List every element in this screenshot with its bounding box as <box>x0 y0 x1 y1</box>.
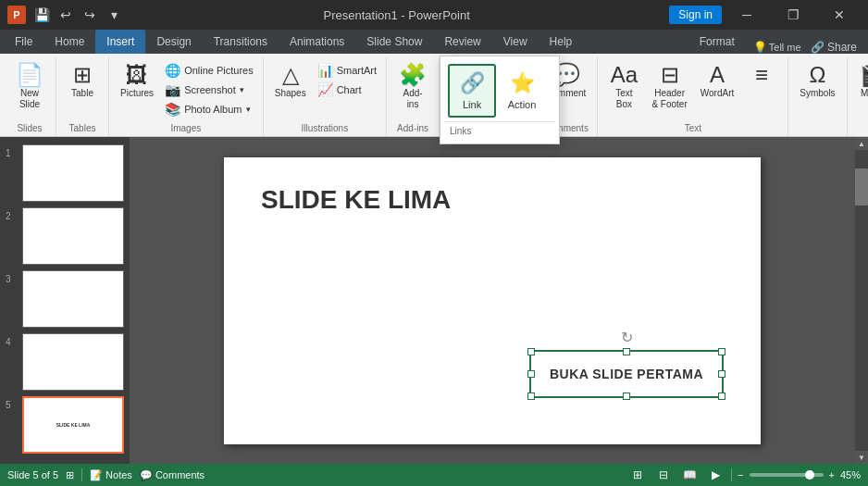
tab-review[interactable]: Review <box>433 30 491 54</box>
sign-in-button[interactable]: Sign in <box>669 6 722 24</box>
popup-header: Links <box>444 121 555 140</box>
textbox-button[interactable]: Aa TextBox <box>603 61 644 113</box>
status-bar: Slide 5 of 5 ⊞ 📝 Notes 💬 Comments ⊞ ⊟ 📖 … <box>0 464 868 486</box>
close-button[interactable]: ✕ <box>818 0 861 30</box>
wordart-button[interactable]: A WordArt <box>695 61 740 102</box>
resize-handle-tm[interactable] <box>623 348 630 355</box>
ribbon-group-symbols: Ω Symbols <box>788 57 847 136</box>
slide-thumb-3[interactable]: 3 <box>6 270 124 328</box>
addins-group-label: Add-ins <box>392 121 433 136</box>
slide-preview-4[interactable] <box>22 333 124 391</box>
slide-thumb-2[interactable]: 2 <box>6 207 124 265</box>
resize-handle-br[interactable] <box>718 393 725 400</box>
scroll-up-arrow[interactable]: ▲ <box>855 137 868 150</box>
slide-5-content: SLIDE KE LIMA <box>55 420 93 430</box>
zoom-slider[interactable] <box>750 473 824 477</box>
slide-canvas: SLIDE KE LIMA ↻ BUKA SLIDE PERTAMA <box>224 157 761 444</box>
resize-handle-bl[interactable] <box>527 393 535 400</box>
tab-insert[interactable]: Insert <box>95 30 145 54</box>
links-section-label: Links <box>450 126 471 136</box>
text-extra-button[interactable]: ≡ <box>741 61 782 91</box>
slide-preview-1[interactable] <box>22 144 124 202</box>
pictures-button[interactable]: 🖼 Pictures <box>115 61 159 102</box>
tab-transitions[interactable]: Transitions <box>203 30 279 54</box>
ribbon-tabs: File Home Insert Design Transitions Anim… <box>0 30 868 54</box>
symbols-label: Symbols <box>800 88 835 99</box>
tab-view[interactable]: View <box>492 30 539 54</box>
normal-view-button[interactable]: ⊞ <box>627 467 648 483</box>
ribbon-group-links: 🔗 Link ⭐ Action Links 🔗 Link ⭐ Action <box>440 57 535 136</box>
chart-button[interactable]: 📈 Chart <box>314 81 380 99</box>
scroll-down-arrow[interactable]: ▼ <box>855 451 868 464</box>
screenshot-button[interactable]: 📷 Screenshot ▾ <box>161 81 257 99</box>
slide-preview-5[interactable]: SLIDE KE LIMA <box>22 396 124 454</box>
scroll-track[interactable] <box>855 150 868 451</box>
resize-handle-tr[interactable] <box>718 348 725 355</box>
header-footer-button[interactable]: ⊟ Header& Footer <box>646 61 692 113</box>
quick-access-toolbar: 💾 ↩ ↪ ▾ <box>31 5 124 25</box>
comments-button[interactable]: 💬 Comments <box>140 469 205 481</box>
smartart-button[interactable]: 📊 SmartArt <box>314 61 380 80</box>
resize-handle-mr[interactable] <box>718 370 725 378</box>
slide-num-2: 2 <box>6 207 19 221</box>
zoom-in-icon[interactable]: + <box>829 469 835 480</box>
popup-action-item[interactable]: ⭐ Action <box>498 64 546 118</box>
slide-info: Slide 5 of 5 <box>7 469 58 480</box>
tab-file[interactable]: File <box>4 30 43 54</box>
popup-link-item[interactable]: 🔗 Link <box>448 64 496 118</box>
header-footer-icon: ⊟ <box>661 64 679 86</box>
share-label[interactable]: 🔗 Share <box>811 41 857 54</box>
tab-home[interactable]: Home <box>43 30 95 54</box>
minimize-button[interactable]: ─ <box>725 0 768 30</box>
redo-button[interactable]: ↪ <box>80 5 100 25</box>
reading-view-button[interactable]: 📖 <box>679 467 700 483</box>
table-button[interactable]: ⊞ Table <box>62 61 103 102</box>
tab-animations[interactable]: Animations <box>279 30 355 54</box>
ribbon-group-tables: ⊞ Table Tables <box>56 57 109 136</box>
restore-button[interactable]: ❐ <box>772 0 814 30</box>
status-divider-1 <box>81 468 82 481</box>
images-group-label: Images <box>115 121 257 136</box>
notes-button[interactable]: 📝 Notes <box>90 469 132 481</box>
tell-me-label[interactable]: Tell me <box>769 42 801 53</box>
resize-handle-tl[interactable] <box>527 348 535 355</box>
screenshot-dropdown-icon: ▾ <box>240 85 244 94</box>
new-slide-button[interactable]: 📄 NewSlide <box>9 61 50 113</box>
tab-design[interactable]: Design <box>145 30 202 54</box>
tab-format[interactable]: Format <box>688 30 746 54</box>
slide-thumb-5[interactable]: 5 SLIDE KE LIMA <box>6 396 124 454</box>
undo-button[interactable]: ↩ <box>56 5 76 25</box>
slide-thumb-4[interactable]: 4 <box>6 333 124 391</box>
slide-sorter-button[interactable]: ⊟ <box>653 467 674 483</box>
tab-help[interactable]: Help <box>539 30 584 54</box>
zoom-percent[interactable]: 45% <box>840 469 861 480</box>
resize-handle-bm[interactable] <box>623 393 630 400</box>
resize-handle-ml[interactable] <box>527 370 535 378</box>
slide-num-4: 4 <box>6 333 19 347</box>
slideshow-button[interactable]: ▶ <box>705 467 725 483</box>
shapes-button[interactable]: △ Shapes <box>269 61 312 102</box>
ribbon-group-images: 🖼 Pictures 🌐 Online Pictures 📷 Screensho… <box>109 57 264 136</box>
photo-album-button[interactable]: 📚 Photo Album ▾ <box>161 100 257 118</box>
scroll-thumb[interactable] <box>855 168 868 206</box>
slide-preview-3[interactable] <box>22 270 124 328</box>
online-pictures-button[interactable]: 🌐 Online Pictures <box>161 61 257 80</box>
table-label: Table <box>71 88 93 99</box>
zoom-out-icon[interactable]: − <box>738 469 743 480</box>
slide-thumb-1[interactable]: 1 <box>6 144 124 202</box>
slide-1-content <box>71 171 75 175</box>
popup-action-icon: ⭐ <box>510 71 535 95</box>
save-button[interactable]: 💾 <box>31 5 52 25</box>
window-title: Presentation1 - PowerPoint <box>130 8 663 22</box>
symbols-button[interactable]: Ω Symbols <box>794 61 840 102</box>
photo-album-label: Photo Album <box>184 104 242 115</box>
customize-qat-button[interactable]: ▾ <box>104 5 124 25</box>
slide-preview-2[interactable] <box>22 207 124 265</box>
media-button[interactable]: 🎬 Media <box>853 61 868 102</box>
tab-slideshow[interactable]: Slide Show <box>355 30 433 54</box>
rotate-handle[interactable]: ↻ <box>621 329 633 346</box>
addins-group-content: 🧩 Add-ins <box>392 57 433 121</box>
zoom-thumb <box>805 470 814 480</box>
action-box[interactable]: ↻ BUKA SLIDE PERTAMA <box>529 350 724 398</box>
addins-button[interactable]: 🧩 Add-ins <box>392 61 433 113</box>
